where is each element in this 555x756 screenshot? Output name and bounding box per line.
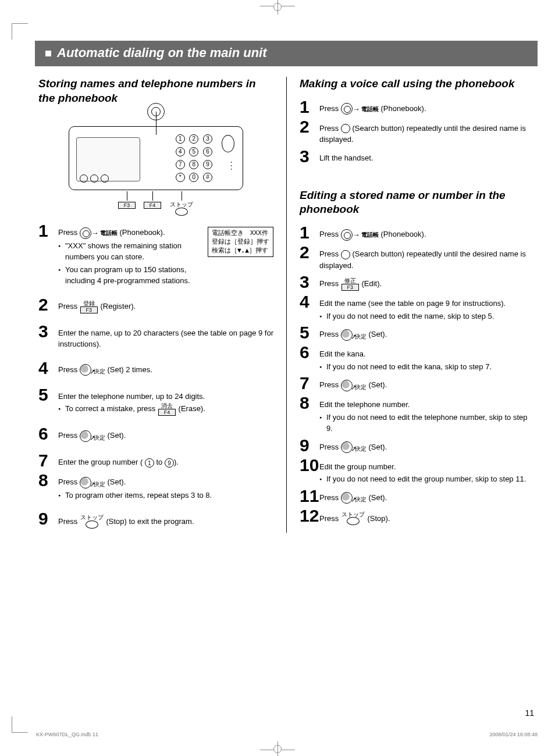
- rb-step-1: 1 Press →電話帳 (Phonebook).: [300, 225, 534, 241]
- step1-bullet2: You can program up to 150 stations, incl…: [58, 264, 200, 287]
- key-9: 9: [203, 160, 212, 169]
- footer-datetime: 2008/01/24 16:08:48: [489, 732, 538, 737]
- key-8: 8: [189, 160, 198, 169]
- search-button-icon: [341, 124, 350, 133]
- right-heading-b: Editing a stored name or number in the p…: [300, 188, 534, 217]
- phonebook-icon: →電話帳: [80, 227, 118, 239]
- ra-step-2: 2 Press (Search button) repeatedly until…: [300, 119, 534, 145]
- crop-mark-top: [260, 6, 295, 23]
- left-step-2: 2 Press 登録 F3 (Register).: [38, 297, 273, 313]
- lcd-display: 電話帳空き XXX件 登録は［登録］押す 検索は［▼,▲］押す: [208, 227, 273, 258]
- key-4: 4: [176, 147, 185, 156]
- rb-step-7: 7 Press ↗決定 (Set).: [300, 376, 534, 392]
- key-0: 0: [189, 173, 198, 182]
- speaker-icon: [222, 135, 234, 152]
- step1-bullet1: "XXX" shows the remaining station number…: [58, 240, 200, 263]
- left-step-6: 6 Press ↗決定 (Set).: [38, 426, 273, 443]
- bottom-buttons: [80, 174, 111, 183]
- ra-step-1: 1 Press →電話帳 (Phonebook).: [300, 99, 534, 116]
- left-step-1: 1 Press →電話帳 (Phonebook). "XXX" shows th…: [38, 223, 273, 287]
- set-button-icon: ↗決定: [341, 492, 367, 504]
- rb-step-2: 2 Press (Search button) repeatedly until…: [300, 245, 534, 271]
- search-button-icon: [341, 250, 350, 259]
- page-title-banner: Automatic dialing on the main unit: [35, 41, 538, 66]
- phonebook-suffix: (Phonebook).: [119, 228, 165, 237]
- f4-label: F4: [144, 202, 161, 209]
- digit-9-icon: 9: [165, 458, 174, 468]
- stop-button-icon: ストップ: [341, 512, 365, 526]
- rb-step-5: 5 Press ↗決定 (Set).: [300, 325, 534, 341]
- key-7: 7: [176, 160, 185, 169]
- rb-step-10: 10 Edit the group number. If you do not …: [300, 458, 534, 485]
- register-button-icon: 登録 F3: [80, 301, 98, 313]
- rb-step-6: 6 Edit the kana. If you do not need to e…: [300, 345, 534, 372]
- digit-1-icon: 1: [145, 458, 154, 468]
- rb-step-9: 9 Press ↗決定 (Set).: [300, 438, 534, 454]
- set-button-icon: ↗決定: [341, 380, 367, 391]
- set-button-icon: ↗決定: [80, 364, 105, 376]
- rb-step-12: 12 Press ストップ (Stop).: [300, 508, 534, 526]
- left-step-4: 4 Press ↗決定 (Set) 2 times.: [38, 361, 273, 377]
- key-star: *: [176, 173, 185, 182]
- crop-mark-bottom: [260, 739, 295, 750]
- handset-icon: [147, 103, 165, 120]
- right-heading-a: Making a voice call using the phonebook: [300, 77, 534, 91]
- set-button-icon: ↗決定: [80, 430, 105, 442]
- keypad: 1 2 3 4 5 6 7 8 9: [175, 134, 214, 185]
- device-diagram: 1 2 3 4 5 6 7 8 9: [69, 126, 243, 216]
- edit-button-icon: 修正 F3: [341, 278, 359, 291]
- left-step-9: 9 Press ストップ (Stop) to exit the program.: [38, 511, 273, 529]
- key-1: 1: [176, 134, 185, 144]
- left-heading: Storing names and telephone numbers in t…: [38, 77, 273, 105]
- left-column: Storing names and telephone numbers in t…: [35, 77, 286, 533]
- indicator-dots: ●●●: [231, 161, 232, 171]
- key-3: 3: [203, 134, 212, 144]
- key-2: 2: [189, 134, 198, 144]
- f3-label: F3: [118, 202, 136, 209]
- register-suffix: (Register).: [100, 302, 136, 311]
- key-6: 6: [203, 147, 212, 156]
- phonebook-icon: →電話帳: [341, 229, 379, 241]
- erase-suffix: (Erase).: [179, 404, 205, 413]
- left-step-8: 8 Press ↗決定 (Set). To program other item…: [38, 473, 273, 501]
- step5-bullet-prefix: To correct a mistake, press: [65, 404, 155, 413]
- rb-step-3: 3 Press 修正 F3 (Edit).: [300, 274, 534, 291]
- crop-corner-tl: [12, 23, 28, 40]
- rb-step-11: 11 Press ↗決定 (Set).: [300, 488, 534, 505]
- left-step-7: 7 Enter the group number ( 1 to 9).: [38, 453, 273, 469]
- stop-button-icon: ストップ: [80, 515, 104, 529]
- left-step-3: 3 Enter the name, up to 20 characters (s…: [38, 324, 273, 350]
- set-button-icon: ↗決定: [80, 477, 105, 488]
- key-5: 5: [189, 147, 198, 156]
- right-column: Making a voice call using the phonebook …: [286, 77, 538, 533]
- page-number: 11: [525, 708, 534, 718]
- rb-step-8: 8 Edit the telephone number. If you do n…: [300, 395, 534, 434]
- stop-label: ストップ: [170, 202, 193, 216]
- set-button-icon: ↗決定: [341, 441, 367, 453]
- rb-step-4: 4 Edit the name (see the table on page 9…: [300, 294, 534, 322]
- left-step-5: 5 Enter the telephone number, up to 24 d…: [38, 387, 273, 416]
- ra-step-3: 3 Lift the handset.: [300, 149, 534, 165]
- footer-file: KX-PW607DL_QG.indb 11: [36, 732, 98, 737]
- set-suffix: (Set) 2 times.: [107, 365, 152, 374]
- phonebook-icon: →電話帳: [341, 103, 379, 115]
- set-button-icon: ↗決定: [341, 329, 367, 341]
- erase-button-icon: 消去 F4: [158, 403, 176, 416]
- page-title: Automatic dialing on the main unit: [57, 45, 267, 60]
- key-hash: #: [203, 173, 212, 182]
- crop-corner-bl: [12, 716, 28, 733]
- press-label: Press: [58, 228, 77, 237]
